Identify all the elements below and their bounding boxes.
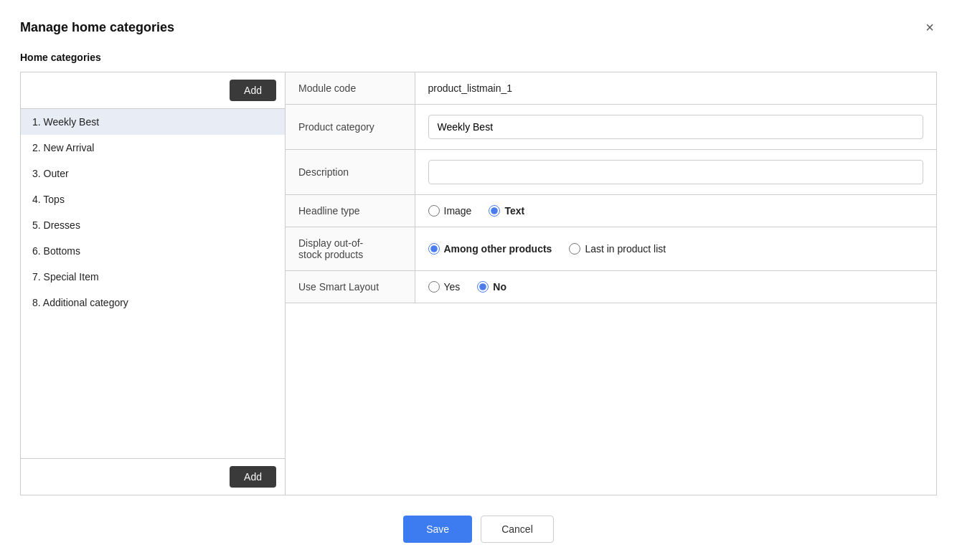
manage-home-categories-modal: Manage home categories × Home categories… (0, 0, 957, 560)
list-item[interactable]: 7. Special Item (21, 264, 285, 290)
radio-label-among[interactable]: Among other products (428, 243, 552, 255)
left-panel: Add 1. Weekly Best 2. New Arrival 3. Out… (20, 72, 286, 495)
radio-label-yes[interactable]: Yes (428, 281, 461, 293)
headline-type-label: Headline type (286, 195, 415, 227)
top-add-row: Add (21, 72, 285, 109)
radio-image[interactable] (428, 205, 440, 217)
smart-layout-label: Use Smart Layout (286, 271, 415, 303)
right-panel: Module code product_listmain_1 Product c… (286, 72, 937, 495)
radio-text-label: Text (504, 205, 524, 217)
module-code-row: Module code product_listmain_1 (286, 72, 936, 105)
footer: Save Cancel (20, 516, 937, 543)
smart-layout-row: Use Smart Layout Yes No (286, 271, 936, 303)
close-button[interactable]: × (923, 17, 937, 37)
radio-text[interactable] (489, 205, 500, 217)
add-button-bottom[interactable]: Add (230, 466, 276, 488)
list-item[interactable]: 1. Weekly Best (21, 109, 285, 135)
list-item[interactable]: 4. Tops (21, 186, 285, 212)
save-button[interactable]: Save (403, 516, 472, 543)
list-item[interactable]: 8. Additional category (21, 290, 285, 315)
description-input[interactable] (428, 160, 924, 184)
description-row: Description (286, 150, 936, 195)
modal-header: Manage home categories × (20, 17, 937, 37)
radio-yes[interactable] (428, 281, 440, 293)
list-item[interactable]: 5. Dresses (21, 212, 285, 238)
headline-type-row: Headline type Image Text (286, 195, 936, 227)
radio-label-text[interactable]: Text (489, 205, 524, 217)
category-list: 1. Weekly Best 2. New Arrival 3. Outer 4… (21, 109, 285, 458)
display-out-of-stock-label: Display out-of-stock products (286, 227, 415, 271)
radio-no-label: No (493, 281, 506, 293)
radio-label-image[interactable]: Image (428, 205, 472, 217)
bottom-add-row: Add (21, 458, 285, 495)
radio-among[interactable] (428, 243, 440, 255)
form-table: Module code product_listmain_1 Product c… (286, 72, 936, 303)
radio-last-label: Last in product list (585, 243, 666, 255)
product-category-input[interactable] (428, 115, 924, 139)
section-label: Home categories (20, 52, 937, 63)
radio-image-label: Image (444, 205, 472, 217)
cancel-button[interactable]: Cancel (481, 516, 554, 543)
radio-label-no[interactable]: No (477, 281, 506, 293)
radio-last[interactable] (569, 243, 580, 255)
radio-label-last[interactable]: Last in product list (569, 243, 666, 255)
list-item[interactable]: 3. Outer (21, 161, 285, 186)
list-item[interactable]: 2. New Arrival (21, 135, 285, 161)
product-category-row: Product category (286, 105, 936, 150)
modal-title: Manage home categories (20, 20, 174, 35)
radio-among-label: Among other products (444, 243, 552, 255)
display-out-of-stock-row: Display out-of-stock products Among othe… (286, 227, 936, 271)
main-content: Add 1. Weekly Best 2. New Arrival 3. Out… (20, 72, 937, 495)
radio-yes-label: Yes (444, 281, 461, 293)
display-out-of-stock-radio-group: Among other products Last in product lis… (428, 243, 924, 255)
smart-layout-radio-group: Yes No (428, 281, 924, 293)
product-category-label: Product category (286, 105, 415, 150)
module-code-label: Module code (286, 72, 415, 105)
description-label: Description (286, 150, 415, 195)
headline-type-radio-group: Image Text (428, 205, 924, 217)
list-item[interactable]: 6. Bottoms (21, 238, 285, 264)
radio-no[interactable] (477, 281, 489, 293)
module-code-value: product_listmain_1 (415, 72, 936, 105)
add-button-top[interactable]: Add (230, 80, 276, 101)
